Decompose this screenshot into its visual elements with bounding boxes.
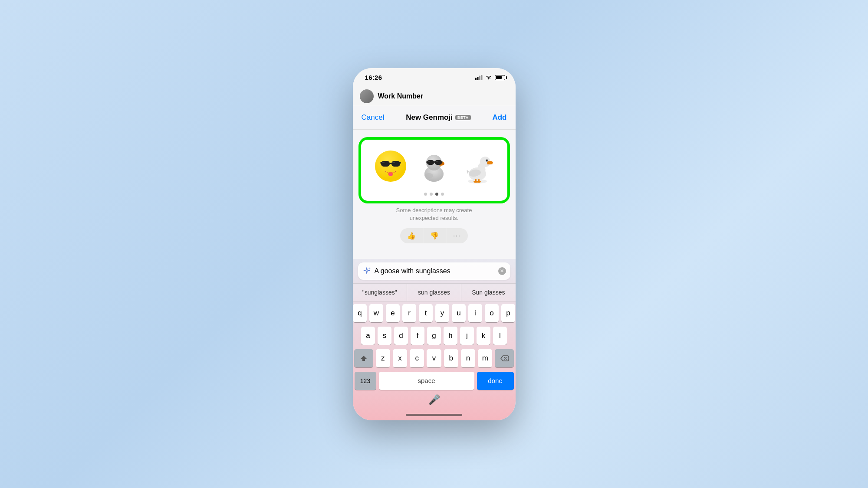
status-bar: 16:26 (353, 68, 516, 87)
key-y[interactable]: y (435, 304, 449, 322)
thumbs-down-button[interactable]: 👎 (423, 228, 446, 243)
svg-rect-10 (399, 162, 401, 164)
key-l[interactable]: l (493, 327, 507, 345)
key-row-3: z x c v b n m (355, 349, 514, 367)
delete-key[interactable] (495, 349, 513, 367)
key-f[interactable]: f (411, 327, 424, 345)
svg-rect-25 (426, 161, 428, 163)
beta-badge: BETA (455, 115, 471, 120)
key-e[interactable]: e (386, 304, 400, 322)
key-v[interactable]: v (427, 349, 441, 367)
emoji-carousel[interactable] (360, 138, 509, 202)
svg-rect-11 (382, 162, 385, 163)
key-q[interactable]: q (353, 304, 367, 322)
key-w[interactable]: w (369, 304, 383, 322)
autocomplete-item-2[interactable]: sun glasses (407, 284, 461, 301)
delete-icon (500, 355, 509, 362)
svg-rect-12 (392, 162, 395, 163)
svg-rect-28 (436, 161, 438, 162)
svg-rect-6 (381, 161, 390, 167)
phone-frame: 16:26 W (353, 68, 516, 420)
search-bar[interactable]: A goose with sunglasses ✕ (358, 262, 510, 280)
modal-title-area: New Genmoji BETA (406, 113, 471, 122)
key-n[interactable]: n (461, 349, 475, 367)
genmoji-icon (362, 267, 371, 275)
key-h[interactable]: h (444, 327, 457, 345)
more-options-button[interactable]: ··· (446, 228, 468, 243)
svg-point-14 (389, 174, 392, 176)
key-g[interactable]: g (427, 327, 441, 345)
emoji-plain-goose[interactable] (458, 147, 497, 186)
key-r[interactable]: r (402, 304, 416, 322)
carousel-dot-2[interactable] (430, 193, 433, 196)
key-d[interactable]: d (394, 327, 408, 345)
key-x[interactable]: x (393, 349, 407, 367)
shift-key[interactable] (354, 349, 373, 367)
key-row-4: 123 space done (355, 372, 514, 390)
key-i[interactable]: i (468, 304, 482, 322)
add-button[interactable]: Add (492, 113, 506, 122)
svg-point-41 (477, 181, 481, 183)
svg-rect-23 (435, 160, 442, 165)
cancel-button[interactable]: Cancel (362, 113, 385, 122)
emoji-cool-face[interactable] (371, 147, 410, 186)
key-k[interactable]: k (477, 327, 490, 345)
wifi-icon (485, 75, 492, 80)
key-z[interactable]: z (376, 349, 390, 367)
carousel-dot-1[interactable] (424, 193, 427, 196)
key-c[interactable]: c (410, 349, 424, 367)
signal-icon (475, 75, 483, 80)
carousel-dots (424, 193, 444, 196)
done-key[interactable]: done (477, 372, 514, 390)
key-s[interactable]: s (378, 327, 391, 345)
emoji-duck-glasses[interactable] (414, 147, 454, 186)
clear-button[interactable]: ✕ (498, 267, 506, 275)
svg-rect-1 (477, 77, 478, 80)
carousel-dot-3[interactable] (435, 193, 438, 196)
svg-point-5 (375, 151, 406, 182)
key-m[interactable]: m (478, 349, 492, 367)
key-j[interactable]: j (460, 327, 474, 345)
svg-rect-3 (481, 75, 482, 80)
modal-title: New Genmoji (406, 113, 453, 122)
key-u[interactable]: u (452, 304, 466, 322)
autocomplete-item-1[interactable]: "sunglasses" (353, 284, 407, 301)
home-indicator (353, 410, 516, 420)
autocomplete-item-3[interactable]: Sun glasses (461, 284, 515, 301)
svg-rect-8 (389, 163, 392, 164)
key-a[interactable]: a (361, 327, 375, 345)
nav-avatar (360, 89, 374, 103)
svg-rect-26 (441, 161, 443, 163)
nav-peek-title: Work Number (378, 92, 424, 100)
numbers-key[interactable]: 123 (355, 372, 376, 390)
status-time: 16:26 (365, 74, 382, 81)
emoji-row (365, 147, 503, 186)
svg-rect-7 (391, 161, 400, 167)
microphone-button[interactable]: 🎤 (428, 394, 440, 406)
status-icons (475, 75, 507, 80)
keyboard-area: A goose with sunglasses ✕ "sunglasses" s… (353, 259, 516, 420)
key-p[interactable]: p (501, 304, 515, 322)
search-input[interactable]: A goose with sunglasses (375, 267, 495, 275)
key-row-1: q w e r t y u i o p (355, 304, 514, 322)
svg-rect-22 (427, 160, 434, 165)
svg-rect-0 (475, 78, 477, 80)
carousel-dot-4[interactable] (441, 193, 444, 196)
key-b[interactable]: b (444, 349, 458, 367)
main-content: Some descriptions may createunexpected r… (353, 130, 516, 259)
search-bar-row: A goose with sunglasses ✕ (353, 262, 516, 283)
svg-point-36 (487, 160, 488, 160)
modal-header: Cancel New Genmoji BETA Add (353, 106, 516, 130)
svg-point-29 (424, 173, 433, 178)
thumbs-up-button[interactable]: 👍 (400, 228, 423, 243)
description-text: Some descriptions may createunexpected r… (396, 206, 472, 222)
space-key[interactable]: space (379, 372, 474, 390)
key-row-2: a s d f g h j k l (355, 327, 514, 345)
svg-rect-2 (479, 75, 480, 80)
svg-rect-9 (380, 162, 382, 164)
battery-icon (495, 75, 507, 80)
key-o[interactable]: o (485, 304, 499, 322)
key-t[interactable]: t (419, 304, 433, 322)
bottom-bar: 🎤 (353, 392, 516, 410)
home-bar (406, 414, 462, 416)
